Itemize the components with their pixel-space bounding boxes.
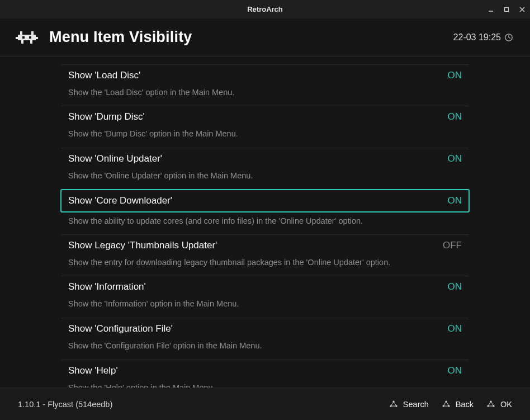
window-titlebar: RetroArch [0, 0, 530, 18]
setting-label: Show 'Help' [68, 365, 118, 376]
svg-rect-11 [22, 36, 25, 39]
svg-rect-8 [31, 31, 34, 35]
svg-rect-7 [20, 31, 22, 35]
setting-value: ON [448, 70, 462, 81]
setting-item[interactable]: Show 'Configuration File'ONShow the 'Con… [61, 318, 469, 360]
setting-item[interactable]: Show Legacy 'Thumbnails Updater'OFFShow … [61, 234, 469, 277]
setting-label: Show 'Online Updater' [68, 153, 162, 164]
setting-item[interactable]: Show 'Information'ONShow the 'Informatio… [61, 276, 469, 318]
setting-description: Show the 'Information' option in the Mai… [61, 298, 419, 318]
svg-rect-5 [16, 37, 19, 39]
setting-row[interactable]: Show 'Help'ON [61, 360, 469, 381]
svg-line-26 [446, 402, 449, 406]
svg-rect-10 [30, 40, 32, 44]
setting-item[interactable]: Show 'Core Downloader'ONShow the ability… [61, 189, 469, 235]
svg-line-25 [443, 402, 446, 406]
setting-description: Show the 'Online Updater' option in the … [61, 169, 419, 190]
svg-rect-4 [18, 35, 36, 40]
settings-list[interactable]: Show 'Load Content'ONShow the 'Load Cont… [61, 56, 469, 388]
setting-row[interactable]: Show 'Core Downloader'ON [60, 189, 470, 213]
setting-description: Show the 'Help' option in the Main Menu. [61, 381, 419, 388]
setting-value: OFF [443, 240, 462, 251]
setting-value: ON [448, 153, 462, 164]
setting-item[interactable]: Show 'Load Content'ONShow the 'Load Cont… [61, 56, 469, 65]
footer-actions: SearchBackOK [389, 399, 512, 409]
setting-row[interactable]: Show 'Dump Disc'ON [61, 106, 469, 128]
window-controls [488, 0, 526, 18]
setting-row[interactable]: Show 'Online Updater'ON [61, 148, 469, 169]
window-title: RetroArch [247, 5, 283, 13]
setting-label: Show 'Information' [68, 281, 146, 292]
setting-item[interactable]: Show 'Dump Disc'ONShow the 'Dump Disc' o… [61, 106, 469, 148]
setting-description: Show the entry for downloading legacy th… [61, 256, 419, 276]
setting-value: ON [448, 111, 462, 122]
footer-action-ok[interactable]: OK [486, 399, 512, 409]
setting-label: Show 'Configuration File' [68, 323, 173, 334]
retroarch-invader-icon [16, 29, 38, 46]
svg-rect-12 [29, 36, 31, 39]
svg-line-15 [509, 37, 510, 39]
svg-line-20 [394, 402, 396, 406]
footer-action-search[interactable]: Search [389, 399, 429, 409]
footer-action-label: Back [456, 400, 474, 409]
setting-value: ON [448, 281, 462, 292]
window-maximize-button[interactable] [503, 6, 510, 13]
svg-rect-6 [35, 37, 38, 39]
footer-bar: 1.10.1 - Flycast (514eedb) SearchBackOK [0, 388, 530, 420]
clock-icon [504, 33, 513, 42]
setting-row[interactable]: Show Legacy 'Thumbnails Updater'OFF [61, 235, 469, 256]
setting-item[interactable]: Show 'Load Disc'ONShow the 'Load Disc' o… [61, 65, 469, 107]
footer-action-label: OK [500, 400, 512, 409]
footer-version: 1.10.1 - Flycast (514eedb) [18, 400, 389, 409]
setting-description: Show the 'Load Disc' option in the Main … [61, 86, 419, 106]
setting-label: Show 'Core Downloader' [68, 195, 172, 206]
settings-section: Show 'Load Content'ONShow the 'Load Cont… [0, 56, 530, 388]
svg-line-19 [391, 402, 394, 406]
svg-rect-1 [505, 7, 509, 11]
footer-action-back[interactable]: Back [441, 399, 474, 409]
footer-action-label: Search [403, 400, 429, 409]
setting-description: Show the 'Load Content' option in the Ma… [61, 56, 419, 64]
header-clock: 22-03 19:25 [453, 32, 513, 43]
setting-item[interactable]: Show 'Help'ONShow the 'Help' option in t… [61, 360, 469, 388]
setting-value: ON [448, 195, 462, 206]
svg-line-32 [491, 402, 494, 406]
window-close-button[interactable] [519, 6, 526, 13]
setting-row[interactable]: Show 'Configuration File'ON [61, 318, 469, 339]
setting-label: Show 'Load Disc' [68, 70, 140, 81]
setting-description: Show the ability to update cores (and co… [61, 213, 419, 235]
setting-item[interactable]: Show 'Online Updater'ONShow the 'Online … [61, 148, 469, 190]
setting-value: ON [448, 323, 462, 334]
gamepad-button-icon [441, 399, 451, 409]
window-minimize-button[interactable] [488, 6, 494, 13]
gamepad-button-icon [389, 399, 399, 409]
setting-description: Show the 'Configuration File' option in … [61, 339, 419, 360]
svg-line-31 [488, 402, 491, 406]
page-header: Menu Item Visibility 22-03 19:25 [0, 18, 530, 56]
setting-label: Show 'Dump Disc' [68, 111, 145, 122]
svg-rect-9 [21, 40, 23, 44]
setting-value: ON [448, 365, 462, 376]
setting-description: Show the 'Dump Disc' option in the Main … [61, 128, 419, 148]
setting-row[interactable]: Show 'Load Disc'ON [61, 65, 469, 86]
setting-row[interactable]: Show 'Information'ON [61, 276, 469, 298]
setting-label: Show Legacy 'Thumbnails Updater' [68, 240, 217, 251]
page-title: Menu Item Visibility [49, 29, 192, 46]
gamepad-button-icon [486, 399, 496, 409]
header-time-text: 22-03 19:25 [453, 32, 501, 43]
